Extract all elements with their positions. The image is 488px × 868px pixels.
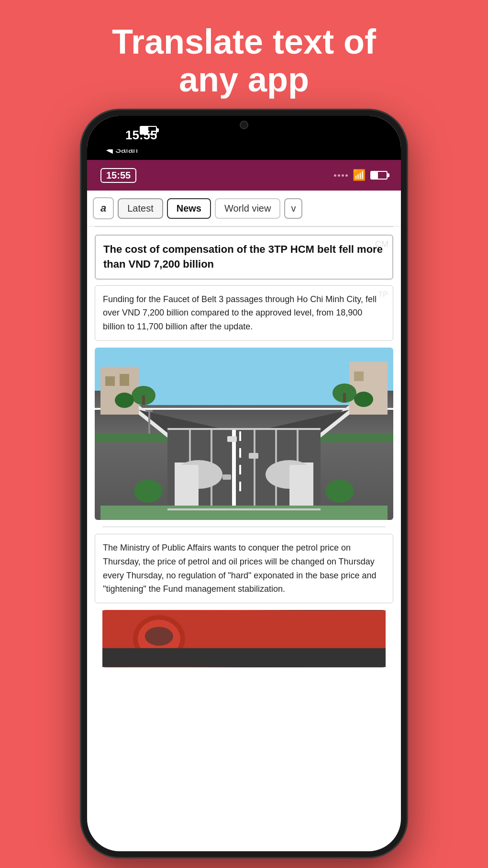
- article1-body: Funding for the Faucet of Belt 3 passage…: [103, 293, 385, 334]
- phone-mockup: 15:55 📶 ◀ Safari: [81, 110, 407, 857]
- tab-a[interactable]: a: [93, 197, 114, 219]
- app-time: 15:55: [100, 168, 136, 183]
- app-wifi-icon: 📶: [353, 169, 366, 181]
- moto-image: [102, 610, 386, 667]
- svg-rect-43: [102, 648, 386, 667]
- svg-rect-22: [239, 482, 241, 491]
- notch-camera: [240, 121, 248, 129]
- svg-rect-3: [120, 374, 129, 386]
- svg-rect-5: [354, 372, 364, 381]
- app-battery-icon: [370, 171, 388, 180]
- svg-rect-34: [167, 508, 321, 510]
- article2-body-box: The Ministry of Public Affairs wants to …: [95, 534, 393, 603]
- svg-rect-27: [175, 465, 199, 494]
- svg-rect-35: [148, 410, 150, 434]
- svg-rect-2: [105, 376, 115, 386]
- tab-v[interactable]: v: [284, 198, 302, 219]
- svg-rect-28: [289, 465, 313, 494]
- svg-point-42: [145, 627, 173, 646]
- svg-rect-20: [239, 448, 241, 458]
- svg-rect-31: [249, 453, 258, 459]
- svg-rect-30: [227, 436, 237, 442]
- svg-rect-21: [239, 465, 241, 474]
- svg-point-38: [325, 480, 354, 503]
- nav-tabs: a Latest News World view v: [87, 191, 401, 226]
- svg-rect-19: [239, 431, 241, 441]
- article1-title-box: The cost of compensation of the 3TP HCM …: [95, 235, 393, 280]
- svg-rect-4: [349, 362, 388, 415]
- tab-latest[interactable]: Latest: [118, 198, 163, 219]
- phone-time: 15:55: [106, 121, 177, 149]
- article1-title: The cost of compensation of the 3TP HCM …: [103, 242, 385, 272]
- svg-point-8: [115, 393, 134, 408]
- app-status-bar: 15:55 📶: [87, 160, 401, 191]
- road-image: [95, 348, 393, 520]
- svg-rect-10: [343, 393, 346, 403]
- article-content: The cost of compensation of the 3TP HCM …: [87, 227, 401, 675]
- article2-body: The Ministry of Public Affairs wants to …: [103, 541, 385, 596]
- phone-status-bar: 15:55 📶: [87, 116, 401, 145]
- notch: [206, 116, 282, 133]
- article1-body-box: Funding for the Faucet of Belt 3 passage…: [95, 285, 393, 341]
- svg-rect-36: [146, 410, 153, 412]
- tab-news[interactable]: News: [167, 198, 211, 219]
- svg-point-37: [134, 480, 163, 503]
- svg-rect-16: [254, 429, 255, 510]
- hero-title: Translate text of any app: [0, 0, 488, 113]
- svg-rect-29: [100, 506, 388, 520]
- bottom-divider: [102, 527, 386, 527]
- app-status-icons: 📶: [334, 169, 388, 181]
- battery-icon: [140, 126, 157, 135]
- svg-rect-32: [222, 474, 231, 480]
- app-signal-dots: [334, 174, 348, 177]
- svg-point-11: [354, 392, 373, 407]
- svg-rect-33: [167, 428, 321, 430]
- svg-rect-7: [142, 395, 145, 405]
- tab-world[interactable]: World view: [215, 198, 280, 219]
